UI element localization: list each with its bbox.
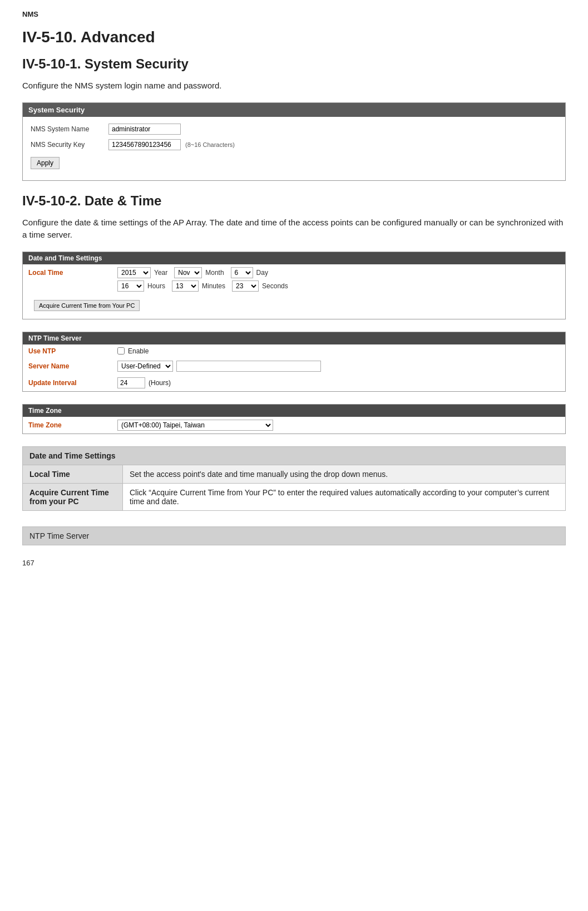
server-name-row: Server Name User-Defined (23, 358, 565, 375)
minutes-select[interactable]: 13 (172, 280, 199, 292)
server-name-select[interactable]: User-Defined (117, 361, 173, 372)
local-time-row2: 16 Hours 13 Minutes 23 Seconds (23, 279, 565, 294)
nms-system-name-row: NMS System Name (31, 124, 557, 135)
seconds-select[interactable]: 23 (232, 280, 259, 292)
month-select[interactable]: Nov (174, 267, 202, 278)
seconds-label: Seconds (262, 282, 288, 290)
hours-select[interactable]: 16 (117, 280, 144, 292)
day-select[interactable]: 6 (231, 267, 253, 278)
use-ntp-controls: Enable (117, 347, 149, 355)
year-select[interactable]: 2015 (117, 267, 151, 278)
use-ntp-checkbox[interactable] (117, 347, 125, 354)
apply-button[interactable]: Apply (31, 157, 60, 169)
system-security-panel-body: NMS System Name NMS Security Key (8~16 C… (23, 117, 565, 180)
local-time-row1: Local Time 2015 Year Nov Month 6 Day (23, 264, 565, 279)
date-time-settings-panel: Date and Time Settings Local Time 2015 Y… (22, 252, 566, 319)
time-zone-label: Time Zone (28, 421, 117, 429)
date-time-settings-body: Local Time 2015 Year Nov Month 6 Day (23, 264, 565, 319)
time-zone-select[interactable]: (GMT+08:00) Taipei, Taiwan (117, 420, 273, 431)
section-system-security-description: Configure the NMS system login name and … (22, 80, 566, 92)
system-security-panel-header: System Security (23, 103, 565, 117)
section-date-time-heading: IV-5-10-2. Date & Time (22, 193, 566, 209)
table-row: Acquire Current Time from your PC Click … (23, 483, 566, 510)
section-system-security-heading: IV-5-10-1. System Security (22, 56, 566, 72)
nms-security-key-input[interactable] (108, 139, 181, 150)
hours-label: Hours (147, 282, 165, 290)
system-security-panel: System Security NMS System Name NMS Secu… (22, 102, 566, 181)
nms-security-key-row: NMS Security Key (8~16 Characters) (31, 139, 557, 150)
nms-label: NMS (22, 10, 566, 18)
day-label: Day (256, 269, 268, 277)
acquire-time-term: Acquire Current Time from your PC (23, 483, 123, 510)
apply-row: Apply (31, 155, 557, 169)
update-interval-input[interactable] (117, 377, 145, 388)
ntp-time-server-body: Use NTP Enable Server Name User-Defined … (23, 344, 565, 391)
update-interval-label: Update Interval (28, 379, 117, 387)
use-ntp-label: Use NTP (28, 347, 117, 355)
nms-system-name-input[interactable] (108, 124, 181, 135)
year-label: Year (154, 269, 167, 277)
ntp-time-server-panel: NTP Time Server Use NTP Enable Server Na… (22, 332, 566, 392)
local-time-label: Local Time (28, 269, 117, 277)
local-time-controls-row2: 16 Hours 13 Minutes 23 Seconds (117, 280, 293, 292)
enable-label: Enable (128, 347, 149, 355)
nms-security-key-hint: (8~16 Characters) (185, 141, 235, 148)
acquire-current-time-button[interactable]: Acquire Current Time from Your PC (34, 300, 140, 311)
month-label: Month (205, 269, 224, 277)
acquire-btn-row: Acquire Current Time from Your PC (23, 294, 565, 319)
local-time-controls-row1: 2015 Year Nov Month 6 Day (117, 267, 273, 278)
time-zone-body: Time Zone (GMT+08:00) Taipei, Taiwan (23, 417, 565, 434)
local-time-definition: Set the access point's date and time man… (123, 465, 566, 483)
local-time-term: Local Time (23, 465, 123, 483)
update-interval-controls: (Hours) (117, 377, 171, 388)
nms-security-key-label: NMS Security Key (31, 141, 108, 149)
update-interval-row: Update Interval (Hours) (23, 375, 565, 391)
date-time-desc-table: Date and Time Settings Local Time Set th… (22, 446, 566, 511)
nms-system-name-label: NMS System Name (31, 125, 108, 133)
section-advanced-heading: IV-5-10. Advanced (22, 28, 566, 46)
server-name-input[interactable] (176, 361, 321, 372)
section-date-time-description: Configure the date & time settings of th… (22, 216, 566, 242)
use-ntp-row: Use NTP Enable (23, 344, 565, 358)
table-row: Local Time Set the access point's date a… (23, 465, 566, 483)
hours-unit-label: (Hours) (149, 379, 171, 387)
date-time-settings-header: Date and Time Settings (23, 252, 565, 264)
ntp-time-server-header: NTP Time Server (23, 332, 565, 344)
server-name-controls: User-Defined (117, 361, 321, 372)
time-zone-panel: Time Zone Time Zone (GMT+08:00) Taipei, … (22, 404, 566, 434)
server-name-label: Server Name (28, 362, 117, 370)
desc-table-header: Date and Time Settings (23, 446, 566, 465)
time-zone-header: Time Zone (23, 405, 565, 417)
minutes-label: Minutes (202, 282, 225, 290)
time-zone-controls: (GMT+08:00) Taipei, Taiwan (117, 420, 273, 431)
page-number: 167 (22, 559, 566, 567)
acquire-time-definition: Click “Acquire Current Time from Your PC… (123, 483, 566, 510)
ntp-table-header-row: NTP Time Server (22, 526, 566, 545)
time-zone-row: Time Zone (GMT+08:00) Taipei, Taiwan (23, 417, 565, 434)
